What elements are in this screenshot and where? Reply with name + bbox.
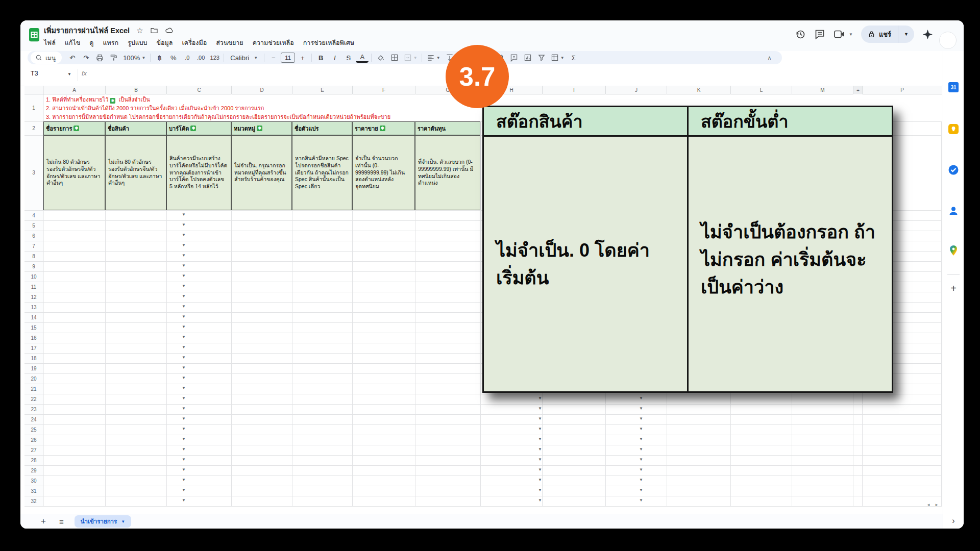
tasks-icon[interactable]	[947, 163, 960, 177]
cell-dropdown-icon[interactable]: ▼	[637, 498, 645, 503]
cell-dropdown-icon[interactable]: ▼	[180, 335, 188, 339]
cell-dropdown-icon[interactable]: ▼	[180, 212, 188, 217]
cell-dropdown-icon[interactable]: ▼	[180, 273, 188, 278]
column-header-E[interactable]: E	[292, 86, 352, 94]
contacts-icon[interactable]	[947, 204, 960, 217]
row-header-7[interactable]: 7	[24, 241, 43, 251]
sheet-tab-dropdown-icon[interactable]: ▼	[121, 519, 125, 524]
cell-dropdown-icon[interactable]: ▼	[180, 447, 188, 452]
table-header-4[interactable]: ชื่อตัวแปร	[292, 121, 352, 135]
cell-dropdown-icon[interactable]: ▼	[180, 314, 188, 319]
cell-dropdown-icon[interactable]: ▼	[180, 457, 188, 462]
cell-dropdown-icon[interactable]: ▼	[637, 396, 645, 400]
cell-dropdown-icon[interactable]: ▼	[180, 355, 188, 360]
table-header-2[interactable]: บาร์โค้ด✱	[166, 121, 231, 135]
column-header-C[interactable]: C	[166, 86, 231, 94]
get-addons-button[interactable]: +	[947, 282, 960, 295]
row-header-24[interactable]: 24	[24, 414, 43, 424]
cell-dropdown-icon[interactable]: ▼	[180, 253, 188, 258]
cell-dropdown-icon[interactable]: ▼	[180, 437, 188, 441]
column-header-M[interactable]: M	[792, 86, 853, 94]
cell-dropdown-icon[interactable]: ▼	[637, 416, 645, 421]
cell-dropdown-icon[interactable]: ▼	[536, 437, 544, 441]
row-header-12[interactable]: 12	[24, 292, 43, 302]
cell-dropdown-icon[interactable]: ▼	[536, 478, 544, 482]
row-header-31[interactable]: 31	[24, 486, 43, 496]
row-header-22[interactable]: 22	[24, 394, 43, 404]
row-header-26[interactable]: 26	[24, 435, 43, 445]
table-desc-3[interactable]: ไม่จำเป็น. กรุณากรอกหมวดหมู่ที่คุณสร้างข…	[231, 135, 292, 210]
row-header-23[interactable]: 23	[24, 404, 43, 414]
cell-dropdown-icon[interactable]: ▼	[637, 478, 645, 482]
calendar-icon[interactable]: 31	[947, 81, 960, 94]
row-header-21[interactable]: 21	[24, 384, 43, 394]
cell-dropdown-icon[interactable]: ▼	[180, 222, 188, 227]
table-header-0[interactable]: ชื่อรายการ✱	[43, 121, 105, 135]
cell-dropdown-icon[interactable]: ▼	[637, 406, 645, 411]
cell-dropdown-icon[interactable]: ▼	[180, 284, 188, 288]
cell-dropdown-icon[interactable]: ▼	[180, 488, 188, 492]
cell-dropdown-icon[interactable]: ▼	[536, 447, 544, 452]
table-desc-4[interactable]: หากสินค้ามีหลาย Spec โปรดกรอกชื่อสินค้าเ…	[292, 135, 352, 210]
row-header-14[interactable]: 14	[24, 312, 43, 322]
row-header-11[interactable]: 11	[24, 282, 43, 292]
cell-dropdown-icon[interactable]: ▼	[536, 396, 544, 400]
row-header-25[interactable]: 25	[24, 424, 43, 435]
row-header-27[interactable]: 27	[24, 445, 43, 455]
column-header-D[interactable]: D	[231, 86, 292, 94]
row-header-10[interactable]: 10	[24, 271, 43, 282]
cell-dropdown-icon[interactable]: ▼	[180, 375, 188, 380]
cell-dropdown-icon[interactable]: ▼	[536, 498, 544, 503]
row-header-5[interactable]: 5	[24, 220, 43, 231]
row-header-1[interactable]: 1	[24, 94, 43, 121]
row-header-9[interactable]: 9	[24, 261, 43, 271]
cell-dropdown-icon[interactable]: ▼	[536, 467, 544, 472]
table-header-5[interactable]: ราคาขาย✱	[352, 121, 415, 135]
scroll-left-icon[interactable]: ◂	[925, 502, 932, 507]
row-header-3[interactable]: 3	[24, 135, 43, 210]
cell-dropdown-icon[interactable]: ▼	[536, 457, 544, 462]
cell-dropdown-icon[interactable]: ▼	[180, 324, 188, 329]
table-desc-2[interactable]: สินค้าควรมีระบบสร้างบาร์โค้ดหรือไม่มีบาร…	[166, 135, 231, 210]
sheet-tab-active[interactable]: นำเข้ารายการ▼	[75, 515, 131, 528]
table-header-6[interactable]: ราคาต้นทุน	[415, 121, 480, 135]
row-header-18[interactable]: 18	[24, 353, 43, 363]
table-desc-0[interactable]: ไม่เกิน 80 ตัวอักษร รองรับตัวอักษรจีน/ตั…	[43, 135, 105, 210]
row-header-15[interactable]: 15	[24, 322, 43, 333]
cell-dropdown-icon[interactable]: ▼	[180, 263, 188, 268]
cell-dropdown-icon[interactable]: ▼	[637, 467, 645, 472]
cell-dropdown-icon[interactable]: ▼	[180, 304, 188, 309]
cell-dropdown-icon[interactable]: ▼	[180, 396, 188, 400]
row-header-6[interactable]: 6	[24, 231, 43, 241]
row-header-28[interactable]: 28	[24, 455, 43, 465]
row-header-30[interactable]: 30	[24, 475, 43, 486]
column-header-I[interactable]: I	[542, 86, 605, 94]
scroll-right-icon[interactable]: ▸	[933, 502, 940, 507]
cell-dropdown-icon[interactable]: ▼	[180, 478, 188, 482]
all-sheets-button[interactable]: ≡	[59, 517, 63, 526]
column-header-A[interactable]: A	[43, 86, 105, 94]
cell-dropdown-icon[interactable]: ▼	[180, 233, 188, 237]
table-header-1[interactable]: ชื่อสินค้า	[105, 121, 166, 135]
column-header-L[interactable]: L	[730, 86, 792, 94]
cell-dropdown-icon[interactable]: ▼	[180, 416, 188, 421]
row-header-16[interactable]: 16	[24, 333, 43, 343]
row-header-19[interactable]: 19	[24, 363, 43, 373]
table-desc-6[interactable]: ที่จำเป็น. ตัวเลขบวก (0-99999999.99) เท่…	[415, 135, 480, 210]
cell-dropdown-icon[interactable]: ▼	[180, 365, 188, 370]
cell-dropdown-icon[interactable]: ▼	[637, 437, 645, 441]
cell-dropdown-icon[interactable]: ▼	[180, 406, 188, 411]
hidden-columns-marker[interactable]: ◂▸	[853, 86, 862, 94]
cell-dropdown-icon[interactable]: ▼	[180, 467, 188, 472]
table-desc-5[interactable]: จำเป็น จำนวนบวกเท่านั้น (0-99999999.99) …	[352, 135, 415, 210]
cell-dropdown-icon[interactable]: ▼	[180, 427, 188, 431]
keep-icon[interactable]	[947, 122, 960, 136]
cell-dropdown-icon[interactable]: ▼	[637, 457, 645, 462]
column-header-B[interactable]: B	[105, 86, 166, 94]
column-header-K[interactable]: K	[667, 86, 730, 94]
column-header-J[interactable]: J	[605, 86, 667, 94]
cell-dropdown-icon[interactable]: ▼	[536, 406, 544, 411]
row-header-2[interactable]: 2	[24, 121, 43, 135]
row-header-8[interactable]: 8	[24, 251, 43, 261]
cell-dropdown-icon[interactable]: ▼	[637, 488, 645, 492]
